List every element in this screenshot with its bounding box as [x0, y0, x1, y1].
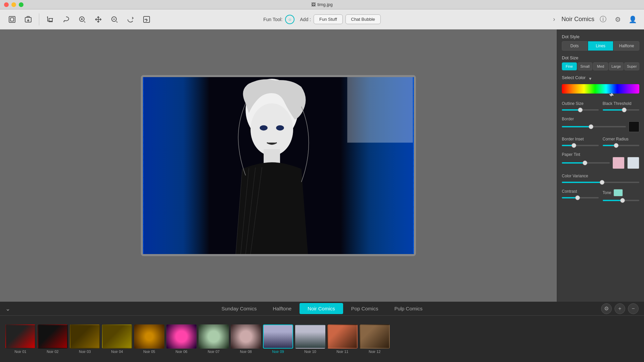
- image-frame: [141, 75, 416, 256]
- thumbnail-noir-06[interactable]: Noir 06: [166, 324, 197, 354]
- thumb-img-noir-05: [134, 324, 164, 349]
- dot-size-group: Fine Small Med Large Super: [562, 62, 639, 70]
- thumbnails-row: Noir 01 Noir 02 Noir 03 Noir 04 Noir 05 …: [0, 316, 644, 362]
- bottom-right-buttons: ⚙ + −: [601, 303, 639, 314]
- outline-size-slider[interactable]: [562, 109, 599, 111]
- dot-size-label: Dot Size: [562, 55, 639, 60]
- thumb-img-noir-11: [327, 324, 358, 349]
- thumbnail-noir-03[interactable]: Noir 03: [70, 324, 100, 354]
- thumbnail-noir-05[interactable]: Noir 05: [134, 324, 164, 354]
- svg-point-14: [276, 125, 284, 131]
- corner-radius-slider[interactable]: [603, 145, 640, 146]
- border-color-swatch[interactable]: [629, 121, 639, 132]
- export-button[interactable]: [140, 13, 153, 26]
- tone-swatch[interactable]: [613, 189, 623, 196]
- paper-tint-slider[interactable]: [562, 162, 610, 164]
- color-dropdown-arrow[interactable]: ▼: [588, 76, 592, 81]
- frame-tool-button[interactable]: [5, 13, 19, 26]
- bottom-settings-button[interactable]: ⚙: [601, 303, 612, 314]
- move-tool-button[interactable]: [92, 13, 105, 26]
- thumbnail-noir-01[interactable]: Noir 01: [5, 324, 36, 354]
- black-threshold-slider[interactable]: [603, 109, 640, 111]
- tab-noir-comics[interactable]: Noir Comics: [300, 303, 343, 314]
- import-button[interactable]: [21, 13, 35, 26]
- redo-button[interactable]: [124, 13, 137, 26]
- select-color-label: Select Color: [562, 75, 586, 80]
- select-color-section: Select Color ▼: [562, 75, 639, 97]
- crop-tool-button[interactable]: [43, 13, 57, 26]
- title-bar: 🖼 timg.jpg: [0, 0, 644, 9]
- thumbnail-noir-04[interactable]: Noir 04: [102, 324, 132, 354]
- lasso-tool-button[interactable]: [59, 13, 73, 26]
- zoom-in-button[interactable]: [75, 13, 89, 26]
- share-button[interactable]: 👤: [627, 13, 639, 25]
- border-inset-label: Border Inset: [562, 137, 599, 141]
- thumbnail-noir-07[interactable]: Noir 07: [199, 324, 229, 354]
- toolbar: Fun Tool: ○ Add : Fun Stuff Chat Bubble …: [0, 9, 644, 29]
- contrast-tone-section: Contrast Tone: [562, 189, 639, 202]
- black-threshold-slider-group: Black Threshold: [603, 101, 640, 112]
- small-button[interactable]: Small: [578, 62, 593, 70]
- large-button[interactable]: Large: [609, 62, 624, 70]
- border-section: Border: [562, 117, 639, 132]
- halftone-button[interactable]: Halftone: [614, 41, 639, 51]
- tone-slider[interactable]: [603, 200, 640, 201]
- thumbnail-noir-02[interactable]: Noir 02: [38, 324, 68, 354]
- maximize-button[interactable]: [19, 2, 23, 7]
- expand-button[interactable]: ›: [549, 15, 559, 24]
- color-variance-slider[interactable]: [562, 182, 639, 183]
- thumbnail-noir-10[interactable]: Noir 10: [295, 324, 325, 354]
- minimize-button[interactable]: [11, 2, 16, 7]
- thumbnail-noir-09[interactable]: Noir 09: [263, 324, 293, 354]
- svg-rect-1: [10, 18, 14, 21]
- thumbnail-noir-11[interactable]: Noir 11: [327, 324, 358, 354]
- close-button[interactable]: [4, 2, 9, 7]
- lines-button[interactable]: Lines: [588, 41, 613, 51]
- color-bar[interactable]: [562, 84, 639, 94]
- collapse-button[interactable]: ⌄: [5, 305, 10, 312]
- settings-button[interactable]: ⚙: [612, 13, 624, 25]
- toolbar-left: [5, 13, 153, 26]
- fun-stuff-button[interactable]: Fun Stuff: [314, 14, 343, 24]
- info-button[interactable]: ⓘ: [597, 13, 609, 25]
- tone-label: Tone: [603, 190, 611, 195]
- border-inset-slider[interactable]: [562, 145, 599, 146]
- bottom-add-button[interactable]: +: [614, 303, 625, 314]
- thumb-label-noir-11: Noir 11: [336, 350, 348, 354]
- window-controls[interactable]: [4, 2, 23, 7]
- dots-button[interactable]: Dots: [562, 41, 587, 51]
- thumb-img-noir-08: [231, 324, 261, 349]
- category-tabs-center: Sunday Comics Halftone Noir Comics Pop C…: [5, 303, 639, 314]
- fine-button[interactable]: Fine: [562, 62, 577, 70]
- paper-tint-swatch1[interactable]: [612, 157, 625, 169]
- thumb-label-noir-02: Noir 02: [47, 350, 58, 354]
- zoom-out-button[interactable]: [108, 13, 121, 26]
- paper-tint-section: Paper Tint: [562, 152, 639, 169]
- med-button[interactable]: Med: [593, 62, 608, 70]
- chat-bubble-button[interactable]: Chat Bubble: [345, 14, 381, 24]
- thumbnail-noir-08[interactable]: Noir 08: [231, 324, 261, 354]
- paper-tint-label: Paper Tint: [562, 152, 639, 157]
- dot-style-label: Dot Style: [562, 34, 639, 39]
- contrast-slider[interactable]: [562, 197, 599, 198]
- color-variance-label: Color Variance: [562, 174, 639, 178]
- bottom-remove-button[interactable]: −: [628, 303, 639, 314]
- thumb-img-noir-12: [360, 324, 390, 349]
- thumb-img-noir-06: [166, 324, 197, 349]
- image-svg: [143, 77, 414, 254]
- tab-sunday-comics[interactable]: Sunday Comics: [213, 303, 265, 314]
- bottom-area: ⌄ Sunday Comics Halftone Noir Comics Pop…: [0, 302, 644, 362]
- super-button[interactable]: Super: [624, 62, 639, 70]
- thumbnail-noir-12[interactable]: Noir 12: [360, 324, 390, 354]
- border-slider[interactable]: [562, 126, 626, 127]
- tab-halftone[interactable]: Halftone: [265, 303, 300, 314]
- tab-pulp-comics[interactable]: Pulp Comics: [386, 303, 431, 314]
- toolbar-center: Fun Tool: ○ Add : Fun Stuff Chat Bubble: [263, 14, 381, 24]
- contrast-label: Contrast: [562, 189, 599, 194]
- paper-tint-swatch2[interactable]: [627, 157, 639, 169]
- dot-size-section: Dot Size Fine Small Med Large Super: [562, 55, 639, 70]
- dot-style-group: Dots Lines Halftone: [562, 41, 639, 51]
- border-label: Border: [562, 117, 639, 121]
- fun-tool-label: Fun Tool:: [263, 17, 282, 22]
- tab-pop-comics[interactable]: Pop Comics: [343, 303, 386, 314]
